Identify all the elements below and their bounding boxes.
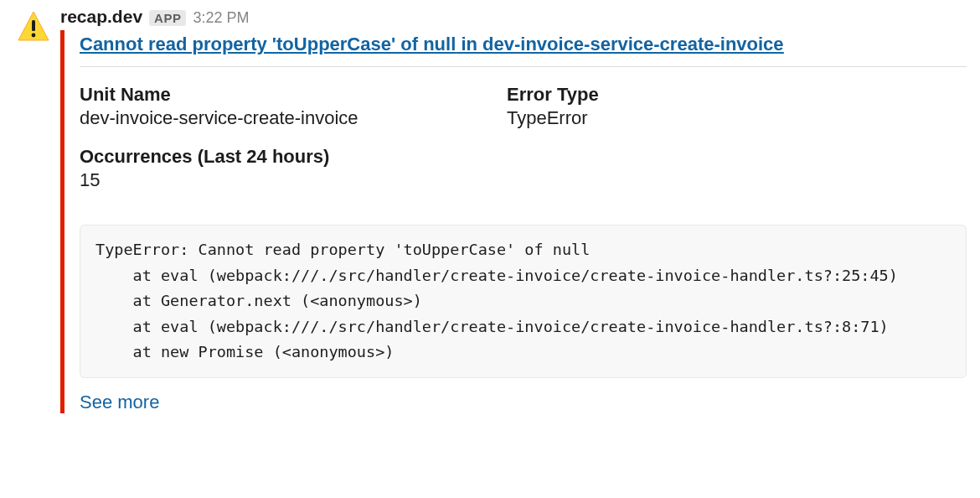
avatar-column [13,7,60,420]
warning-icon [17,10,50,44]
field-label: Unit Name [80,84,490,106]
stacktrace-code-block: TypeError: Cannot read property 'toUpper… [80,225,967,378]
field-value: TypeError [507,107,967,129]
timestamp: 3:22 PM [193,9,249,27]
error-title-link[interactable]: Cannot read property 'toUpperCase' of nu… [80,30,967,65]
field-unit-name: Unit Name dev-invoice-service-create-inv… [80,84,490,143]
slack-message: recap.dev APP 3:22 PM Cannot read proper… [0,0,980,427]
svg-rect-1 [32,20,35,31]
field-value: 15 [80,169,490,191]
fields-grid: Unit Name dev-invoice-service-create-inv… [80,84,967,205]
see-more-link[interactable]: See more [80,392,967,413]
field-error-type: Error Type TypeError [507,84,967,143]
field-value: dev-invoice-service-create-invoice [80,107,490,129]
error-title-connector: in [456,34,482,54]
divider [80,66,967,67]
message-content: recap.dev APP 3:22 PM Cannot read proper… [60,7,967,420]
field-label: Error Type [507,84,967,106]
error-title-main: Cannot read property 'toUpperCase' of nu… [80,34,456,54]
attachment: Cannot read property 'toUpperCase' of nu… [60,30,967,413]
field-label: Occurrences (Last 24 hours) [80,146,490,168]
error-title-context: dev-invoice-service-create-invoice [482,34,784,54]
svg-point-2 [32,34,36,38]
field-occurrences: Occurrences (Last 24 hours) 15 [80,146,490,205]
message-header: recap.dev APP 3:22 PM [60,7,967,27]
app-badge: APP [149,10,186,26]
sender-name: recap.dev [60,7,142,27]
